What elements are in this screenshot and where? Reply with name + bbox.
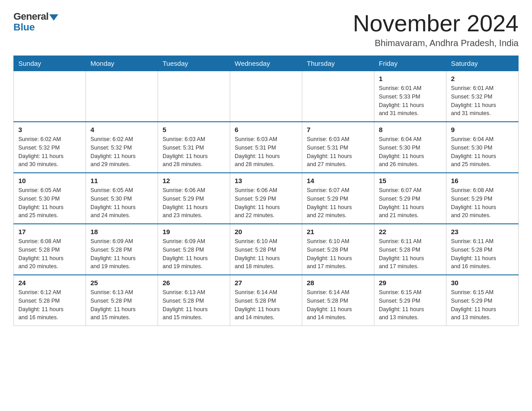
day-info: Sunrise: 6:06 AMSunset: 5:29 PMDaylight:… — [235, 186, 297, 220]
day-number: 22 — [379, 228, 442, 235]
logo-blue-text: Blue — [13, 21, 35, 33]
day-number: 7 — [307, 126, 369, 133]
calendar-cell: 4Sunrise: 6:02 AMSunset: 5:32 PMDaylight… — [86, 122, 158, 173]
weekday-header-thursday: Thursday — [302, 56, 374, 71]
day-info: Sunrise: 6:09 AMSunset: 5:28 PMDaylight:… — [90, 237, 153, 271]
day-number: 24 — [18, 279, 81, 287]
day-number: 30 — [451, 279, 514, 287]
day-number: 18 — [90, 228, 153, 235]
weekday-header-row: SundayMondayTuesdayWednesdayThursdayFrid… — [14, 56, 519, 71]
day-number: 12 — [163, 177, 225, 184]
day-number: 3 — [18, 126, 81, 133]
day-info: Sunrise: 6:15 AMSunset: 5:29 PMDaylight:… — [379, 288, 442, 322]
day-info: Sunrise: 6:04 AMSunset: 5:30 PMDaylight:… — [379, 135, 442, 169]
week-row-3: 10Sunrise: 6:05 AMSunset: 5:30 PMDayligh… — [14, 173, 519, 224]
calendar-cell: 17Sunrise: 6:08 AMSunset: 5:28 PMDayligh… — [14, 224, 86, 275]
day-info: Sunrise: 6:14 AMSunset: 5:28 PMDaylight:… — [307, 288, 369, 322]
day-number: 21 — [307, 228, 369, 235]
logo-arrow-icon — [49, 14, 58, 21]
weekday-header-monday: Monday — [86, 56, 158, 71]
day-info: Sunrise: 6:14 AMSunset: 5:28 PMDaylight:… — [235, 288, 297, 322]
day-info: Sunrise: 6:02 AMSunset: 5:32 PMDaylight:… — [18, 135, 81, 169]
day-info: Sunrise: 6:03 AMSunset: 5:31 PMDaylight:… — [235, 135, 297, 169]
day-number: 17 — [18, 228, 81, 235]
day-info: Sunrise: 6:05 AMSunset: 5:30 PMDaylight:… — [90, 186, 153, 220]
calendar-cell: 1Sunrise: 6:01 AMSunset: 5:33 PMDaylight… — [374, 71, 446, 122]
day-info: Sunrise: 6:06 AMSunset: 5:29 PMDaylight:… — [163, 186, 225, 220]
day-info: Sunrise: 6:12 AMSunset: 5:28 PMDaylight:… — [18, 288, 81, 322]
day-number: 20 — [235, 228, 297, 235]
logo-general-text: General — [13, 11, 48, 22]
day-info: Sunrise: 6:10 AMSunset: 5:28 PMDaylight:… — [307, 237, 369, 271]
week-row-2: 3Sunrise: 6:02 AMSunset: 5:32 PMDaylight… — [14, 122, 519, 173]
calendar-cell: 11Sunrise: 6:05 AMSunset: 5:30 PMDayligh… — [86, 173, 158, 224]
calendar-table: SundayMondayTuesdayWednesdayThursdayFrid… — [13, 56, 519, 326]
calendar-cell: 6Sunrise: 6:03 AMSunset: 5:31 PMDaylight… — [230, 122, 302, 173]
calendar-cell: 24Sunrise: 6:12 AMSunset: 5:28 PMDayligh… — [14, 275, 86, 326]
calendar-cell: 20Sunrise: 6:10 AMSunset: 5:28 PMDayligh… — [230, 224, 302, 275]
month-title: November 2024 — [353, 11, 519, 36]
day-number: 27 — [235, 279, 297, 287]
weekday-header-tuesday: Tuesday — [158, 56, 230, 71]
day-number: 25 — [90, 279, 153, 287]
calendar-cell: 30Sunrise: 6:15 AMSunset: 5:29 PMDayligh… — [446, 275, 519, 326]
calendar-cell: 15Sunrise: 6:07 AMSunset: 5:29 PMDayligh… — [374, 173, 446, 224]
day-info: Sunrise: 6:03 AMSunset: 5:31 PMDaylight:… — [307, 135, 369, 169]
day-number: 28 — [307, 279, 369, 287]
day-info: Sunrise: 6:07 AMSunset: 5:29 PMDaylight:… — [379, 186, 442, 220]
day-info: Sunrise: 6:13 AMSunset: 5:28 PMDaylight:… — [163, 288, 225, 322]
weekday-header-wednesday: Wednesday — [230, 56, 302, 71]
day-number: 19 — [163, 228, 225, 235]
day-number: 1 — [379, 75, 442, 82]
logo: General Blue — [13, 11, 58, 33]
day-number: 2 — [451, 75, 514, 82]
weekday-header-saturday: Saturday — [446, 56, 519, 71]
day-info: Sunrise: 6:11 AMSunset: 5:28 PMDaylight:… — [379, 237, 442, 271]
calendar-cell: 27Sunrise: 6:14 AMSunset: 5:28 PMDayligh… — [230, 275, 302, 326]
calendar-cell: 16Sunrise: 6:08 AMSunset: 5:29 PMDayligh… — [446, 173, 519, 224]
day-number: 29 — [379, 279, 442, 287]
day-number: 15 — [379, 177, 442, 184]
day-info: Sunrise: 6:08 AMSunset: 5:28 PMDaylight:… — [18, 237, 81, 271]
calendar-cell: 5Sunrise: 6:03 AMSunset: 5:31 PMDaylight… — [158, 122, 230, 173]
calendar-cell: 29Sunrise: 6:15 AMSunset: 5:29 PMDayligh… — [374, 275, 446, 326]
calendar-cell: 21Sunrise: 6:10 AMSunset: 5:28 PMDayligh… — [302, 224, 374, 275]
day-number: 8 — [379, 126, 442, 133]
day-number: 6 — [235, 126, 297, 133]
day-number: 5 — [163, 126, 225, 133]
day-info: Sunrise: 6:01 AMSunset: 5:32 PMDaylight:… — [451, 84, 514, 118]
day-number: 14 — [307, 177, 369, 184]
calendar-cell: 9Sunrise: 6:04 AMSunset: 5:30 PMDaylight… — [446, 122, 519, 173]
title-block: November 2024 Bhimavaram, Andhra Pradesh… — [353, 11, 519, 48]
day-number: 13 — [235, 177, 297, 184]
week-row-5: 24Sunrise: 6:12 AMSunset: 5:28 PMDayligh… — [14, 275, 519, 326]
calendar-cell: 26Sunrise: 6:13 AMSunset: 5:28 PMDayligh… — [158, 275, 230, 326]
calendar-cell: 2Sunrise: 6:01 AMSunset: 5:32 PMDaylight… — [446, 71, 519, 122]
day-number: 11 — [90, 177, 153, 184]
day-number: 9 — [451, 126, 514, 133]
day-info: Sunrise: 6:11 AMSunset: 5:28 PMDaylight:… — [451, 237, 514, 271]
calendar-cell — [158, 71, 230, 122]
calendar-cell: 23Sunrise: 6:11 AMSunset: 5:28 PMDayligh… — [446, 224, 519, 275]
calendar-cell: 8Sunrise: 6:04 AMSunset: 5:30 PMDaylight… — [374, 122, 446, 173]
calendar-cell: 10Sunrise: 6:05 AMSunset: 5:30 PMDayligh… — [14, 173, 86, 224]
weekday-header-sunday: Sunday — [14, 56, 86, 71]
weekday-header-friday: Friday — [374, 56, 446, 71]
day-info: Sunrise: 6:02 AMSunset: 5:32 PMDaylight:… — [90, 135, 153, 169]
calendar-cell: 3Sunrise: 6:02 AMSunset: 5:32 PMDaylight… — [14, 122, 86, 173]
page-header: General Blue November 2024 Bhimavaram, A… — [13, 11, 519, 48]
calendar-cell: 14Sunrise: 6:07 AMSunset: 5:29 PMDayligh… — [302, 173, 374, 224]
calendar-cell — [302, 71, 374, 122]
calendar-cell: 22Sunrise: 6:11 AMSunset: 5:28 PMDayligh… — [374, 224, 446, 275]
day-number: 23 — [451, 228, 514, 235]
calendar-cell — [86, 71, 158, 122]
calendar-cell: 13Sunrise: 6:06 AMSunset: 5:29 PMDayligh… — [230, 173, 302, 224]
location-title: Bhimavaram, Andhra Pradesh, India — [353, 38, 519, 48]
calendar-cell — [230, 71, 302, 122]
calendar-cell: 7Sunrise: 6:03 AMSunset: 5:31 PMDaylight… — [302, 122, 374, 173]
day-number: 10 — [18, 177, 81, 184]
day-number: 26 — [163, 279, 225, 287]
day-number: 4 — [90, 126, 153, 133]
day-info: Sunrise: 6:01 AMSunset: 5:33 PMDaylight:… — [379, 84, 442, 118]
day-info: Sunrise: 6:13 AMSunset: 5:28 PMDaylight:… — [90, 288, 153, 322]
